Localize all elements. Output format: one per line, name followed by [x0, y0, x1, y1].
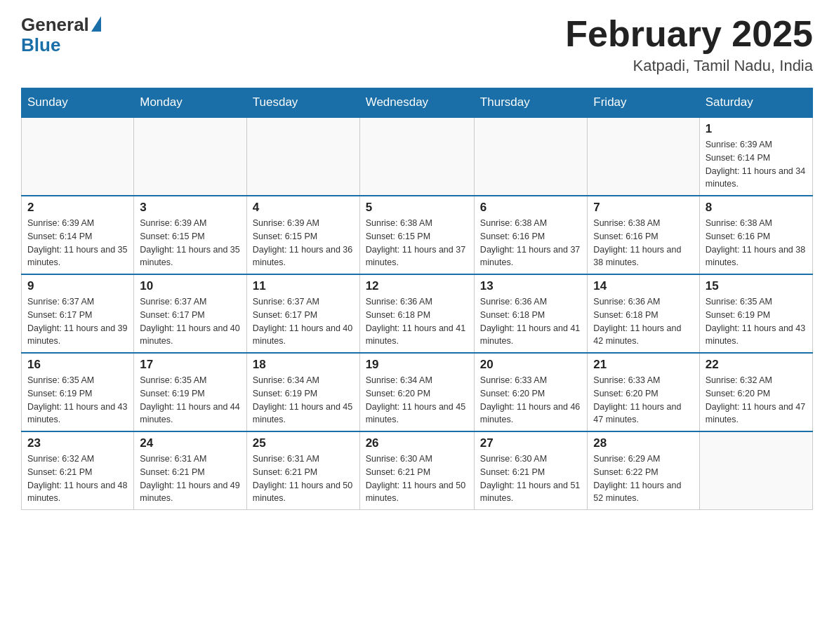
- calendar-cell: [699, 431, 812, 510]
- day-number: 6: [480, 201, 581, 215]
- day-number: 8: [706, 201, 807, 215]
- day-number: 26: [366, 436, 468, 450]
- calendar-cell: [474, 117, 587, 196]
- week-row-4: 16Sunrise: 6:35 AMSunset: 6:19 PMDayligh…: [22, 353, 813, 431]
- day-info: Sunrise: 6:35 AMSunset: 6:19 PMDaylight:…: [706, 295, 807, 348]
- day-number: 1: [706, 122, 807, 136]
- calendar-cell: 20Sunrise: 6:33 AMSunset: 6:20 PMDayligh…: [474, 353, 587, 431]
- day-info: Sunrise: 6:39 AMSunset: 6:14 PMDaylight:…: [27, 217, 128, 269]
- calendar-cell: 21Sunrise: 6:33 AMSunset: 6:20 PMDayligh…: [588, 353, 699, 431]
- calendar-cell: 8Sunrise: 6:38 AMSunset: 6:16 PMDaylight…: [699, 196, 812, 274]
- day-number: 19: [366, 358, 468, 372]
- day-info: Sunrise: 6:38 AMSunset: 6:16 PMDaylight:…: [480, 217, 581, 269]
- calendar-cell: 11Sunrise: 6:37 AMSunset: 6:17 PMDayligh…: [246, 274, 359, 353]
- day-number: 25: [253, 436, 354, 450]
- calendar-cell: 24Sunrise: 6:31 AMSunset: 6:21 PMDayligh…: [134, 431, 247, 510]
- month-title: February 2025: [565, 14, 813, 54]
- calendar-cell: 22Sunrise: 6:32 AMSunset: 6:20 PMDayligh…: [699, 353, 812, 431]
- day-number: 9: [27, 279, 128, 293]
- day-number: 2: [27, 201, 128, 215]
- day-info: Sunrise: 6:33 AMSunset: 6:20 PMDaylight:…: [480, 374, 581, 427]
- day-info: Sunrise: 6:37 AMSunset: 6:17 PMDaylight:…: [253, 295, 354, 348]
- logo-blue-text: Blue: [21, 34, 60, 56]
- day-info: Sunrise: 6:33 AMSunset: 6:20 PMDaylight:…: [593, 374, 693, 427]
- calendar-cell: [588, 117, 699, 196]
- day-info: Sunrise: 6:36 AMSunset: 6:18 PMDaylight:…: [593, 295, 693, 348]
- week-row-5: 23Sunrise: 6:32 AMSunset: 6:21 PMDayligh…: [22, 431, 813, 510]
- calendar-cell: 19Sunrise: 6:34 AMSunset: 6:20 PMDayligh…: [359, 353, 474, 431]
- day-info: Sunrise: 6:30 AMSunset: 6:21 PMDaylight:…: [366, 452, 468, 505]
- day-number: 4: [253, 201, 354, 215]
- day-info: Sunrise: 6:31 AMSunset: 6:21 PMDaylight:…: [253, 452, 354, 505]
- week-row-3: 9Sunrise: 6:37 AMSunset: 6:17 PMDaylight…: [22, 274, 813, 353]
- day-info: Sunrise: 6:34 AMSunset: 6:19 PMDaylight:…: [253, 374, 354, 427]
- day-number: 10: [140, 279, 241, 293]
- calendar-cell: 10Sunrise: 6:37 AMSunset: 6:17 PMDayligh…: [134, 274, 247, 353]
- day-number: 17: [140, 358, 241, 372]
- day-info: Sunrise: 6:38 AMSunset: 6:15 PMDaylight:…: [366, 217, 468, 269]
- calendar-cell: 6Sunrise: 6:38 AMSunset: 6:16 PMDaylight…: [474, 196, 587, 274]
- calendar-cell: 5Sunrise: 6:38 AMSunset: 6:15 PMDaylight…: [359, 196, 474, 274]
- day-info: Sunrise: 6:36 AMSunset: 6:18 PMDaylight:…: [366, 295, 468, 348]
- day-number: 12: [366, 279, 468, 293]
- day-number: 14: [593, 279, 693, 293]
- day-info: Sunrise: 6:38 AMSunset: 6:16 PMDaylight:…: [593, 217, 693, 269]
- calendar-cell: 9Sunrise: 6:37 AMSunset: 6:17 PMDaylight…: [22, 274, 134, 353]
- day-number: 23: [27, 436, 128, 450]
- weekday-header-sunday: Sunday: [22, 88, 134, 118]
- calendar-cell: 3Sunrise: 6:39 AMSunset: 6:15 PMDaylight…: [134, 196, 247, 274]
- calendar-cell: 26Sunrise: 6:30 AMSunset: 6:21 PMDayligh…: [359, 431, 474, 510]
- day-info: Sunrise: 6:29 AMSunset: 6:22 PMDaylight:…: [593, 452, 693, 505]
- weekday-header-thursday: Thursday: [474, 88, 587, 118]
- calendar-cell: 4Sunrise: 6:39 AMSunset: 6:15 PMDaylight…: [246, 196, 359, 274]
- title-block: February 2025 Katpadi, Tamil Nadu, India: [565, 14, 813, 75]
- calendar-cell: 14Sunrise: 6:36 AMSunset: 6:18 PMDayligh…: [588, 274, 699, 353]
- day-info: Sunrise: 6:36 AMSunset: 6:18 PMDaylight:…: [480, 295, 581, 348]
- day-number: 5: [366, 201, 468, 215]
- day-info: Sunrise: 6:35 AMSunset: 6:19 PMDaylight:…: [27, 374, 128, 427]
- day-number: 20: [480, 358, 581, 372]
- calendar-cell: 28Sunrise: 6:29 AMSunset: 6:22 PMDayligh…: [588, 431, 699, 510]
- day-info: Sunrise: 6:39 AMSunset: 6:14 PMDaylight:…: [706, 138, 807, 191]
- calendar-cell: 25Sunrise: 6:31 AMSunset: 6:21 PMDayligh…: [246, 431, 359, 510]
- weekday-header-monday: Monday: [134, 88, 247, 118]
- day-info: Sunrise: 6:39 AMSunset: 6:15 PMDaylight:…: [253, 217, 354, 269]
- day-info: Sunrise: 6:31 AMSunset: 6:21 PMDaylight:…: [140, 452, 241, 505]
- weekday-header-friday: Friday: [588, 88, 699, 118]
- weekday-header-tuesday: Tuesday: [246, 88, 359, 118]
- weekday-header-saturday: Saturday: [699, 88, 812, 118]
- day-number: 7: [593, 201, 693, 215]
- day-number: 15: [706, 279, 807, 293]
- day-number: 3: [140, 201, 241, 215]
- day-info: Sunrise: 6:32 AMSunset: 6:21 PMDaylight:…: [27, 452, 128, 505]
- calendar-cell: [246, 117, 359, 196]
- day-number: 13: [480, 279, 581, 293]
- calendar-cell: 12Sunrise: 6:36 AMSunset: 6:18 PMDayligh…: [359, 274, 474, 353]
- weekday-header-row: SundayMondayTuesdayWednesdayThursdayFrid…: [22, 88, 813, 118]
- calendar-cell: 16Sunrise: 6:35 AMSunset: 6:19 PMDayligh…: [22, 353, 134, 431]
- day-number: 28: [593, 436, 693, 450]
- logo-general-text: General: [21, 14, 89, 36]
- calendar-cell: 17Sunrise: 6:35 AMSunset: 6:19 PMDayligh…: [134, 353, 247, 431]
- calendar-cell: 7Sunrise: 6:38 AMSunset: 6:16 PMDaylight…: [588, 196, 699, 274]
- calendar-cell: 27Sunrise: 6:30 AMSunset: 6:21 PMDayligh…: [474, 431, 587, 510]
- day-info: Sunrise: 6:37 AMSunset: 6:17 PMDaylight:…: [27, 295, 128, 348]
- logo: General Blue: [21, 14, 101, 56]
- calendar-cell: 23Sunrise: 6:32 AMSunset: 6:21 PMDayligh…: [22, 431, 134, 510]
- day-number: 22: [706, 358, 807, 372]
- calendar-cell: 13Sunrise: 6:36 AMSunset: 6:18 PMDayligh…: [474, 274, 587, 353]
- location-title: Katpadi, Tamil Nadu, India: [565, 57, 813, 75]
- day-number: 11: [253, 279, 354, 293]
- day-number: 27: [480, 436, 581, 450]
- calendar-cell: [22, 117, 134, 196]
- weekday-header-wednesday: Wednesday: [359, 88, 474, 118]
- calendar-cell: 1Sunrise: 6:39 AMSunset: 6:14 PMDaylight…: [699, 117, 812, 196]
- day-info: Sunrise: 6:30 AMSunset: 6:21 PMDaylight:…: [480, 452, 581, 505]
- day-info: Sunrise: 6:35 AMSunset: 6:19 PMDaylight:…: [140, 374, 241, 427]
- calendar-table: SundayMondayTuesdayWednesdayThursdayFrid…: [21, 88, 813, 510]
- day-info: Sunrise: 6:37 AMSunset: 6:17 PMDaylight:…: [140, 295, 241, 348]
- day-info: Sunrise: 6:32 AMSunset: 6:20 PMDaylight:…: [706, 374, 807, 427]
- day-number: 24: [140, 436, 241, 450]
- day-number: 21: [593, 358, 693, 372]
- day-number: 16: [27, 358, 128, 372]
